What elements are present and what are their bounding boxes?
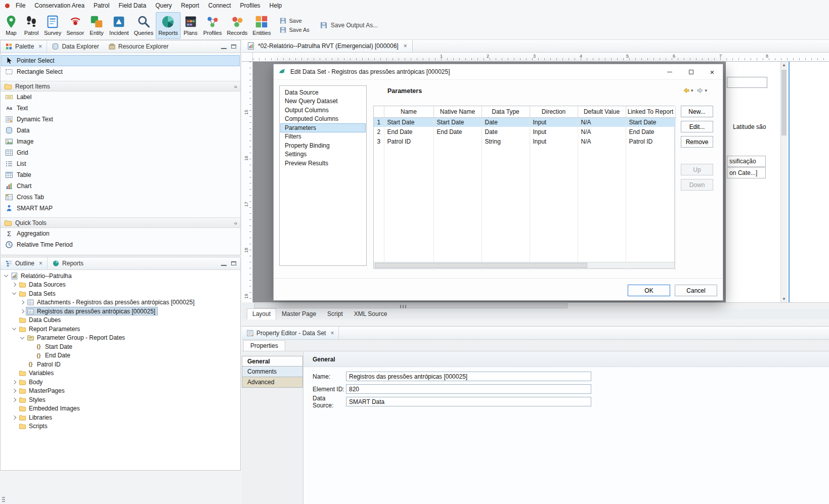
minimize-icon[interactable] (659, 64, 680, 79)
palette-item-label[interactable]: Label (1, 91, 240, 103)
tree-item-report-parameters[interactable]: Report Parameters (1, 325, 240, 334)
chevron-right-icon[interactable] (11, 416, 18, 419)
tab-resource-explorer[interactable]: Resource Explorer (104, 40, 173, 53)
editor-mode-tab-xml-source[interactable]: XML Source (348, 308, 393, 319)
table-cell[interactable]: Patrol ID (626, 136, 675, 146)
scrollbar-thumb[interactable] (254, 303, 568, 308)
minimize-icon[interactable] (221, 261, 227, 266)
chevron-down-icon[interactable]: ▾ (705, 88, 707, 93)
toolbar-map-button[interactable]: Map (1, 12, 21, 39)
toolbar-incident-button[interactable]: Incident (107, 12, 132, 39)
tab-palette[interactable]: Palette × (1, 40, 47, 53)
column-header-default-value[interactable]: Default Value (578, 106, 626, 117)
chevron-down-icon[interactable] (19, 337, 26, 339)
toolbar-entities-button[interactable]: Entities (250, 12, 273, 39)
tree-item-libraries[interactable]: Libraries (1, 413, 240, 422)
table-cell[interactable]: N/A (578, 127, 626, 136)
collapse-icon[interactable]: ‹› (234, 83, 237, 89)
palette-item-grid[interactable]: Grid (1, 147, 240, 158)
table-row[interactable]: 3Patrol IDStringInputN/APatrol ID (374, 136, 675, 146)
tree-item-parameter-group-report-dates[interactable]: Parameter Group - Report Dates (1, 334, 240, 343)
palette-item-aggregation[interactable]: Aggregation (1, 228, 240, 239)
toolbar-queries-button[interactable]: Queries (132, 12, 156, 39)
column-header-name[interactable]: Name (384, 106, 433, 117)
tab-property-editor[interactable]: Property Editor - Data Set × (242, 327, 339, 339)
menu-item-profiles[interactable]: Profiles (236, 1, 265, 10)
palette-section-quick-tools[interactable]: Quick Tools‹› (1, 217, 240, 228)
dialog-nav-preview-results[interactable]: Preview Results (280, 159, 366, 168)
table-cell[interactable]: Start Date (433, 117, 482, 127)
tree-item-embedded-images[interactable]: Embedded Images (1, 404, 240, 414)
editor-mode-tab-master-page[interactable]: Master Page (276, 308, 322, 319)
save-output-as-button[interactable]: Save Output As... (320, 21, 378, 29)
menu-item-connect[interactable]: Connect (204, 1, 236, 10)
palette-item-table[interactable]: Table (1, 169, 240, 180)
tree-item-end-date[interactable]: End Date (1, 351, 240, 360)
field-input-name[interactable] (346, 372, 591, 381)
table-cell[interactable]: Input (530, 127, 578, 136)
chevron-down-icon[interactable] (3, 275, 10, 277)
table-cell[interactable]: Input (530, 136, 578, 146)
menu-item-report[interactable]: Report (177, 1, 204, 10)
palette-item-dynamic-text[interactable]: Dynamic Text (1, 114, 240, 125)
tree-item-body[interactable]: Body (1, 378, 240, 387)
property-tab-comments[interactable]: Comments (242, 366, 303, 377)
table-cell[interactable]: Input (530, 117, 578, 127)
chevron-right-icon[interactable] (11, 381, 18, 384)
dialog-nav-computed-columns[interactable]: Computed Columns (280, 115, 366, 124)
column-header-native-name[interactable]: Native Name (433, 106, 482, 117)
tree-item-data-sources[interactable]: Data Sources (1, 281, 240, 290)
scroll-down-icon[interactable]: ▼ (781, 296, 787, 302)
dialog-nav-property-binding[interactable]: Property Binding (280, 141, 366, 150)
close-icon[interactable]: × (702, 64, 723, 79)
dialog-nav-data-source[interactable]: Data Source (280, 88, 366, 97)
editor-tab[interactable]: *02-Relatório--Patrulha RVT (Emergencial… (242, 40, 413, 52)
editor-mode-tab-layout[interactable]: Layout (247, 308, 276, 319)
scrollbar-thumb[interactable] (781, 70, 787, 135)
close-icon[interactable]: × (404, 43, 407, 49)
column-header-direction[interactable]: Direction (530, 106, 578, 117)
maximize-icon[interactable] (231, 261, 236, 265)
table-cell[interactable]: Date (482, 117, 530, 127)
property-tab-advanced[interactable]: Advanced (242, 377, 303, 388)
toolbar-records-button[interactable]: Records (224, 12, 250, 39)
palette-item-rectangle-select[interactable]: Rectangle Select (1, 66, 240, 77)
tree-item-data-cubes[interactable]: Data Cubes (1, 316, 240, 325)
chevron-right-icon[interactable] (11, 398, 18, 401)
menu-item-file[interactable]: File (11, 1, 30, 10)
tree-item-data-sets[interactable]: Data Sets (1, 289, 240, 298)
table-horizontal-scrollbar[interactable] (374, 262, 674, 268)
table-cell[interactable] (433, 136, 482, 146)
chevron-right-icon[interactable] (19, 301, 26, 304)
palette-section-report-items[interactable]: Report Items‹› (1, 81, 240, 91)
tab-properties[interactable]: Properties (243, 340, 285, 351)
dialog-nav-settings[interactable]: Settings (280, 150, 366, 159)
forward-arrow-icon[interactable] (696, 86, 704, 95)
palette-item-data[interactable]: Data (1, 125, 240, 136)
palette-item-relative-time-period[interactable]: Relative Time Period (1, 239, 240, 250)
close-icon[interactable]: × (330, 330, 334, 336)
table-row[interactable]: 2End DateEnd DateDateInputN/AEnd Date (374, 127, 675, 136)
tree-item-masterpages[interactable]: MasterPages (1, 387, 240, 396)
tree-item-relat-rio-patrulha[interactable]: Relatório--Patrulha (1, 271, 240, 281)
window-resize-grip[interactable] (2, 497, 5, 502)
table-cell[interactable]: N/A (578, 117, 626, 127)
tree-item-patrol-id[interactable]: Patrol ID (1, 360, 240, 369)
table-cell[interactable]: N/A (578, 136, 626, 146)
palette-item-image[interactable]: Image (1, 136, 240, 147)
dialog-nav-parameters[interactable]: Parameters (280, 123, 366, 132)
tree-item-variables[interactable]: Variables (1, 369, 240, 378)
palette-item-smart-map[interactable]: SMART MAP (1, 203, 240, 214)
maximize-icon[interactable] (680, 64, 702, 79)
column-header-linked-to-report[interactable]: Linked To Report (626, 106, 675, 117)
cancel-button[interactable]: Cancel (675, 285, 717, 296)
table-cell[interactable]: End Date (433, 127, 482, 136)
tab-data-explorer[interactable]: Data Explorer (47, 40, 103, 53)
table-cell[interactable]: Date (482, 127, 530, 136)
table-row[interactable]: 1Start DateStart DateDateInputN/AStart D… (374, 117, 675, 127)
dialog-nav-output-columns[interactable]: Output Columns (280, 106, 366, 115)
collapse-icon[interactable]: ‹› (234, 220, 237, 226)
dialog-title-bar[interactable]: Edit Data Set - Registros das pressões a… (274, 64, 723, 80)
dialog-edit-button[interactable]: Edit... (681, 121, 713, 132)
tab-outline[interactable]: Outline × (1, 257, 48, 269)
